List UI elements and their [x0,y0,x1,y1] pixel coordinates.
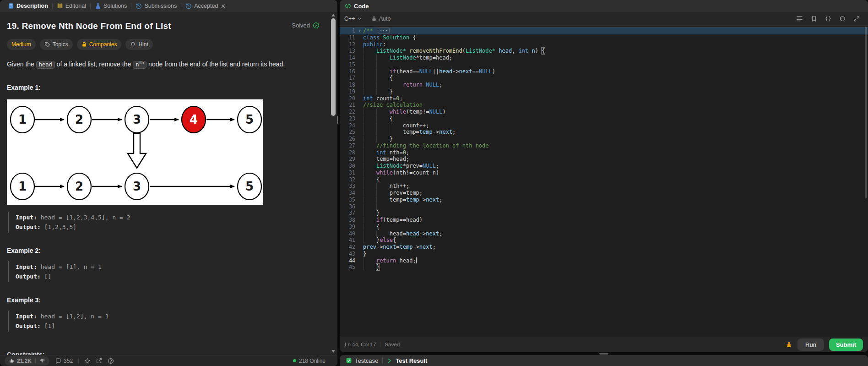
code-line[interactable]: 26 } [340,136,868,142]
code-line[interactable]: 33 nth++; [340,183,868,190]
line-number[interactable]: 25 [340,129,356,136]
code-line[interactable]: 13 ListNode* removeNthFromEnd(ListNode* … [340,48,868,55]
code-line[interactable]: 45 } [340,264,868,271]
code-line[interactable]: 15 [340,61,868,68]
like-button[interactable]: 21.2K [9,358,32,364]
code-line[interactable]: 20int count=0; [340,95,868,102]
code-line[interactable]: 35 temp=temp->next; [340,197,868,203]
code-line[interactable]: 19 } [340,88,868,95]
topics-button[interactable]: Topics [40,39,73,50]
code-line[interactable]: 18 return NULL; [340,82,868,88]
bookmark-icon[interactable] [811,16,817,22]
editor-scrollbar-thumb[interactable] [865,27,867,198]
line-number[interactable]: 29 [340,156,356,163]
line-number[interactable]: 32 [340,176,356,183]
line-number[interactable]: 35 [340,197,356,203]
code-line[interactable]: 14 ListNode*temp=head; [340,55,868,61]
line-number[interactable]: 33 [340,183,356,190]
code-line[interactable]: 28 int nth=0; [340,149,868,156]
tab-editorial[interactable]: Editorial [53,3,90,9]
auto-toggle[interactable]: Auto [371,16,391,22]
code-editor-area[interactable]: 1›/** ···11class Solution {12public:13 L… [340,26,868,337]
panel-resize-handle-horizontal[interactable] [599,353,608,355]
code-line[interactable]: 32 { [340,176,868,183]
line-number[interactable]: 1 [340,27,356,34]
code-line[interactable]: 44 return head; [340,257,868,264]
code-line[interactable]: 31 while(nth!=count-n) [340,169,868,176]
hint-button[interactable]: Hint [125,39,152,50]
line-number[interactable]: 40 [340,230,356,237]
code-line[interactable]: 17 { [340,75,868,82]
line-number[interactable]: 41 [340,237,356,244]
line-number[interactable]: 43 [340,251,356,257]
code-line[interactable]: 38 if(temp==head) [340,217,868,224]
line-number[interactable]: 11 [340,34,356,41]
scroll-down-button[interactable] [331,350,335,353]
code-line[interactable]: 34 prev=temp; [340,190,868,197]
code-line[interactable]: 21//size calculation [340,102,868,109]
close-icon[interactable] [220,3,226,9]
feedback-button[interactable] [108,358,114,364]
line-number[interactable]: 30 [340,163,356,169]
line-number[interactable]: 22 [340,109,356,115]
scrollbar-thumb[interactable] [331,18,336,116]
submit-button[interactable]: Submit [829,339,863,351]
tab-testcase[interactable]: Testcase [346,357,378,364]
line-number[interactable]: 45 [340,264,356,271]
line-number[interactable]: 17 [340,75,356,82]
fold-indicator[interactable]: › [356,27,363,34]
code-line[interactable]: 43} [340,251,868,257]
difficulty-badge[interactable]: Medium [7,39,36,50]
code-line[interactable]: 37 } [340,210,868,217]
line-number[interactable]: 23 [340,115,356,122]
scroll-up-button[interactable] [331,14,335,16]
tab-description[interactable]: Description [4,3,52,9]
line-number[interactable]: 39 [340,224,356,230]
fullscreen-icon[interactable] [853,16,860,22]
code-line[interactable]: 12public: [340,41,868,48]
line-number[interactable]: 42 [340,244,356,251]
folded-code-ellipsis[interactable]: ··· [378,27,390,33]
code-line[interactable]: 27 //finding the location of nth node [340,142,868,149]
line-number[interactable]: 14 [340,55,356,61]
code-line[interactable]: 23 { [340,115,868,122]
code-line[interactable]: 29 temp=head; [340,156,868,163]
dislike-button[interactable] [39,358,45,364]
line-number[interactable]: 27 [340,142,356,149]
tab-submissions[interactable]: Submissions [131,3,181,9]
tab-accepted[interactable]: Accepted [181,3,230,9]
tab-test-result[interactable]: Test Result [387,357,427,364]
line-number[interactable]: 19 [340,88,356,95]
braces-icon[interactable] [825,16,831,22]
reset-code-icon[interactable] [839,16,846,22]
line-number[interactable]: 44 [340,257,356,264]
line-number[interactable]: 13 [340,48,356,55]
language-selector[interactable]: C++ [344,16,362,22]
line-number[interactable]: 38 [340,217,356,224]
line-number[interactable]: 34 [340,190,356,197]
code-line[interactable]: 40 head=head->next; [340,230,868,237]
favorite-button[interactable] [84,358,91,364]
line-number[interactable]: 20 [340,95,356,102]
tab-solutions[interactable]: Solutions [91,3,131,9]
share-button[interactable] [96,358,102,364]
code-line[interactable]: 22 while(temp!=NULL) [340,109,868,115]
line-number[interactable]: 26 [340,136,356,142]
code-line[interactable]: 1›/** ··· [340,27,868,34]
line-number[interactable]: 36 [340,203,356,210]
line-number[interactable]: 31 [340,169,356,176]
run-button[interactable]: Run [797,339,824,351]
comments-button[interactable]: 352 [55,358,73,364]
line-number[interactable]: 37 [340,210,356,217]
code-line[interactable]: 36 [340,203,868,210]
companies-button[interactable]: Companies [77,39,122,50]
code-line[interactable]: 16 if(head==NULL||head->next==NULL) [340,68,868,75]
debug-icon[interactable] [786,341,792,348]
code-line[interactable]: 11class Solution { [340,34,868,41]
code-line[interactable]: 42prev->next=temp->next; [340,244,868,251]
line-number[interactable]: 15 [340,61,356,68]
panel-resize-handle-vertical[interactable] [337,116,338,124]
code-line[interactable]: 30 ListNode*prev=NULL; [340,163,868,169]
code-line[interactable]: 25 temp=temp->next; [340,129,868,136]
line-number[interactable]: 24 [340,122,356,129]
